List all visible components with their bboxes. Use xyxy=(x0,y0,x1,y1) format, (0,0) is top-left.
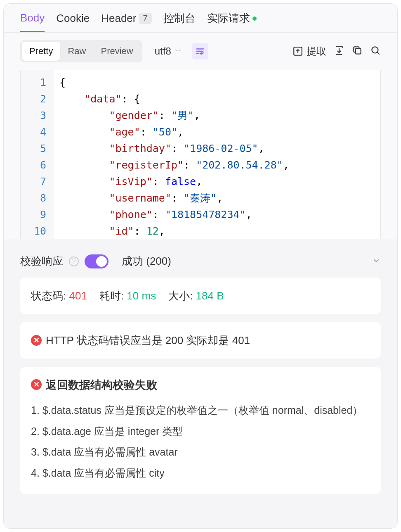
schema-error-item: 2. $.data.age 应当是 integer 类型 xyxy=(31,423,370,440)
tab-header-label: Header xyxy=(101,12,136,25)
word-wrap-button[interactable] xyxy=(192,43,208,59)
view-pretty[interactable]: Pretty xyxy=(22,42,60,61)
validation-toggle[interactable] xyxy=(85,254,109,268)
encoding-select[interactable]: utf8 ﹀ xyxy=(155,45,182,57)
download-button[interactable] xyxy=(334,45,344,57)
search-button[interactable] xyxy=(370,45,381,57)
expected-status: 成功 (200) xyxy=(122,254,171,268)
body-toolbar: Pretty Raw Preview utf8 ﹀ 提取 xyxy=(4,33,397,70)
extract-label: 提取 xyxy=(307,45,326,58)
schema-error-item: 1. $.data.status 应当是预设定的枚举值之一（枚举值 normal… xyxy=(31,401,370,419)
size-value: 184 B xyxy=(196,290,224,302)
validation-title: 校验响应 xyxy=(20,254,63,268)
size-label: 大小: xyxy=(168,290,193,302)
view-raw[interactable]: Raw xyxy=(60,42,93,61)
line-gutter: 12345678910 xyxy=(21,70,54,239)
error-icon: ✕ xyxy=(31,335,42,346)
schema-error-item: 4. $.data 应当有必需属性 city xyxy=(31,464,370,482)
time-value: 10 ms xyxy=(127,290,156,302)
extract-icon xyxy=(292,46,303,57)
encoding-label: utf8 xyxy=(155,45,171,57)
chevron-down-icon xyxy=(372,256,381,265)
tab-actual-request[interactable]: 实际请求 xyxy=(207,11,257,32)
view-preview[interactable]: Preview xyxy=(93,42,140,61)
status-dot-icon xyxy=(252,17,257,21)
json-viewer[interactable]: 12345678910 { "data": { "gender": "男", "… xyxy=(20,70,381,239)
tab-console[interactable]: 控制台 xyxy=(163,11,196,32)
chevron-down-icon: ﹀ xyxy=(175,46,182,56)
svg-rect-1 xyxy=(356,49,361,54)
copy-icon xyxy=(352,45,363,56)
response-tabs: Body Cookie Header 7 控制台 实际请求 xyxy=(4,4,397,33)
error-schema-title: 返回数据结构校验失败 xyxy=(46,376,157,395)
status-code-label: 状态码: xyxy=(31,290,66,302)
time-label: 耗时: xyxy=(99,290,124,302)
svg-point-2 xyxy=(372,47,378,53)
validation-header: 校验响应 ? 成功 (200) xyxy=(20,248,381,278)
tab-body[interactable]: Body xyxy=(20,11,45,32)
error-status-text: HTTP 状态码错误应当是 200 实际却是 401 xyxy=(46,334,250,347)
error-card-status: ✕HTTP 状态码错误应当是 200 实际却是 401 xyxy=(20,322,381,359)
response-panel: Body Cookie Header 7 控制台 实际请求 Pretty Raw… xyxy=(3,3,398,529)
help-icon[interactable]: ? xyxy=(69,256,79,266)
view-mode-segment: Pretty Raw Preview xyxy=(20,40,142,62)
copy-button[interactable] xyxy=(352,45,363,57)
tab-header[interactable]: Header 7 xyxy=(101,11,151,32)
header-count-badge: 7 xyxy=(139,13,151,24)
stats-card: 状态码: 401 耗时: 10 ms 大小: 184 B xyxy=(20,278,381,314)
schema-error-list: 1. $.data.status 应当是预设定的枚举值之一（枚举值 normal… xyxy=(31,401,370,482)
validation-section: 校验响应 ? 成功 (200) 状态码: 401 耗时: 10 ms 大小: 1… xyxy=(4,239,397,528)
error-icon: ✕ xyxy=(31,379,42,390)
tab-cookie[interactable]: Cookie xyxy=(56,11,90,32)
extract-button[interactable]: 提取 xyxy=(292,45,326,58)
tab-actual-label: 实际请求 xyxy=(207,11,250,26)
status-code-value: 401 xyxy=(69,290,87,302)
error-card-schema: ✕ 返回数据结构校验失败 1. $.data.status 应当是预设定的枚举值… xyxy=(20,367,381,494)
schema-error-item: 3. $.data 应当有必需属性 avatar xyxy=(31,443,370,461)
wrap-icon xyxy=(196,47,205,56)
download-icon xyxy=(334,45,344,56)
search-icon xyxy=(370,45,381,56)
collapse-button[interactable] xyxy=(372,256,381,267)
json-content: { "data": { "gender": "男", "age": "50", … xyxy=(54,70,295,239)
